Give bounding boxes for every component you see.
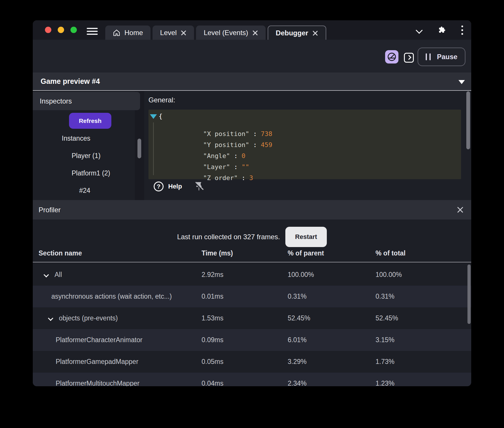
- game-preview-title: Game preview #4: [41, 77, 100, 86]
- cell-time: 0.09ms: [202, 336, 288, 344]
- general-section-title: General:: [148, 96, 175, 104]
- more-options-kebab-icon[interactable]: [461, 26, 463, 35]
- home-icon: [113, 29, 120, 37]
- close-tab-icon[interactable]: [312, 30, 318, 36]
- cell-time: 1.53ms: [202, 314, 288, 322]
- cell-percent-total: 52.45%: [376, 314, 471, 322]
- cell-percent-total: 3.15%: [376, 336, 471, 344]
- property-value[interactable]: 3: [249, 174, 253, 182]
- inspectors-scrollbar-thumb[interactable]: [137, 139, 141, 158]
- cell-time: 0.04ms: [202, 380, 288, 386]
- pause-label: Pause: [437, 53, 458, 61]
- chevron-down-icon[interactable]: [416, 27, 423, 33]
- tab-label: Home: [124, 29, 143, 37]
- column-header-section-name: Section name: [33, 249, 202, 257]
- zoom-window-button[interactable]: [70, 27, 77, 33]
- profiler-title: Profiler: [39, 206, 61, 214]
- cell-time: 0.01ms: [202, 293, 288, 300]
- gauge-icon: [387, 52, 397, 62]
- tab-label: Debugger: [276, 29, 308, 37]
- cell-percent-parent: 6.01%: [288, 336, 376, 344]
- profiler-toggle-button[interactable]: [385, 50, 398, 64]
- close-profiler-icon[interactable]: [457, 206, 464, 213]
- tab-level[interactable]: Level: [153, 26, 194, 40]
- cell-percent-parent: 0.31%: [288, 293, 376, 300]
- profiler-scrollbar-thumb[interactable]: [467, 264, 471, 324]
- table-row[interactable]: PlatformerGamepadMapper 0.05ms 3.29% 1.7…: [33, 351, 471, 373]
- table-row[interactable]: objects (pre-events) 1.53ms 52.45% 52.45…: [33, 307, 471, 329]
- properties-json-view: { "X position" : 738 "Y position" : 459 …: [148, 110, 461, 179]
- debugger-toolbar: Pause: [33, 40, 471, 72]
- pause-icon: [426, 53, 431, 60]
- cell-percent-total: 1.73%: [376, 358, 471, 366]
- tab-label: Level (Events): [204, 29, 248, 37]
- inspector-item-instances[interactable]: Instances: [62, 135, 90, 142]
- tab-debugger[interactable]: Debugger: [268, 26, 326, 40]
- table-row[interactable]: PlatformerCharacterAnimator 0.09ms 6.01%…: [33, 329, 471, 351]
- extensions-puzzle-icon[interactable]: [438, 26, 446, 35]
- tab-level-events[interactable]: Level (Events): [196, 26, 265, 40]
- tree-expander-icon[interactable]: [150, 114, 157, 119]
- cell-time: 2.92ms: [202, 271, 288, 279]
- tree-guide-line: [153, 122, 154, 175]
- open-brace: {: [159, 113, 162, 120]
- debugger-window: Home Level Level (Events) Debugger: [33, 20, 471, 386]
- inspector-item-platform1[interactable]: Platform1 (2): [72, 169, 110, 177]
- table-row[interactable]: All 2.92ms 100.00% 100.00%: [33, 264, 471, 286]
- game-preview-header[interactable]: Game preview #4: [33, 72, 471, 91]
- chevron-down-icon[interactable]: [48, 316, 52, 320]
- profiler-status-text: Last run collected on 327 frames.: [177, 233, 280, 241]
- inspectors-title: Inspectors: [40, 97, 72, 105]
- general-scrollbar-thumb[interactable]: [466, 91, 470, 149]
- column-header-percent-total: % of total: [376, 249, 471, 257]
- titlebar-right-actions: [416, 20, 463, 40]
- cell-percent-total: 0.31%: [376, 293, 471, 300]
- table-row[interactable]: asynchronous actions (wait action, etc..…: [33, 286, 471, 307]
- chevron-down-icon[interactable]: [44, 273, 48, 277]
- cell-percent-parent: 2.34%: [288, 380, 376, 386]
- close-tab-icon[interactable]: [252, 30, 258, 36]
- cell-percent-total: 100.00%: [376, 271, 471, 279]
- table-header-divider: [33, 262, 471, 262]
- cell-percent-parent: 100.00%: [288, 271, 376, 279]
- inspector-item-24[interactable]: #24: [79, 187, 90, 195]
- tab-home[interactable]: Home: [105, 26, 151, 40]
- pause-button[interactable]: Pause: [418, 48, 465, 66]
- cell-time: 0.05ms: [202, 358, 288, 366]
- inspectors-panel-header: Inspectors: [33, 92, 140, 110]
- minimize-window-button[interactable]: [58, 27, 64, 33]
- column-header-time: Time (ms): [202, 249, 288, 257]
- close-tab-icon[interactable]: [181, 30, 186, 36]
- property-value[interactable]: 459: [261, 141, 272, 148]
- screen-background: Home Level Level (Events) Debugger: [0, 0, 504, 428]
- main-menu-icon[interactable]: [87, 28, 98, 35]
- help-question-icon[interactable]: ?: [154, 182, 164, 191]
- pin-off-icon[interactable]: [194, 181, 204, 192]
- cell-percent-parent: 3.29%: [288, 358, 376, 366]
- help-row: ? Help: [154, 181, 204, 192]
- close-window-button[interactable]: [45, 27, 51, 33]
- console-button[interactable]: [404, 53, 414, 63]
- cell-percent-parent: 52.45%: [288, 314, 376, 322]
- cell-percent-total: 1.23%: [376, 380, 471, 386]
- tab-label: Level: [160, 29, 177, 37]
- collapse-triangle-icon[interactable]: [458, 80, 465, 84]
- tab-bar: Home Level Level (Events) Debugger: [105, 26, 326, 40]
- profiler-table-header: Section name Time (ms) % of parent % of …: [33, 244, 471, 262]
- help-button[interactable]: Help: [168, 183, 182, 190]
- table-row[interactable]: PlatformerMultitouchMapper 0.04ms 2.34% …: [33, 373, 471, 386]
- refresh-button[interactable]: Refresh: [69, 113, 111, 129]
- titlebar: Home Level Level (Events) Debugger: [33, 20, 471, 40]
- column-header-percent-parent: % of parent: [288, 249, 376, 257]
- inspector-item-player[interactable]: Player (1): [72, 152, 101, 160]
- inspector-content: Inspectors Refresh Instances Player (1) …: [33, 91, 471, 200]
- profiler-panel-header: Profiler: [33, 200, 471, 220]
